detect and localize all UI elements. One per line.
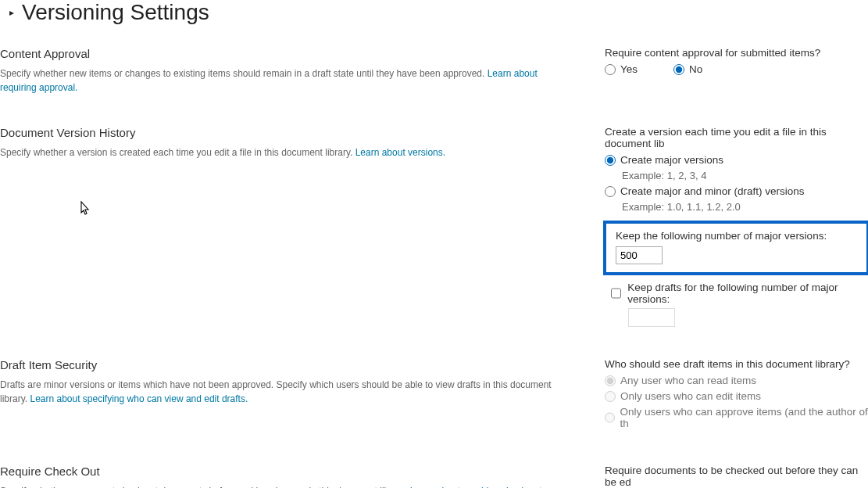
draft-security-desc: Drafts are minor versions or items which… bbox=[0, 378, 572, 406]
keep-drafts-label: Keep drafts for the following number of … bbox=[627, 282, 868, 305]
content-approval-prompt: Require content approval for submitted i… bbox=[605, 47, 868, 59]
draft-security-link[interactable]: Learn about specifying who can view and … bbox=[30, 393, 248, 404]
checkout-title: Require Check Out bbox=[0, 465, 572, 478]
content-approval-yes-radio[interactable] bbox=[605, 64, 616, 75]
keep-major-input[interactable] bbox=[616, 246, 663, 264]
keep-major-box: Keep the following number of major versi… bbox=[603, 221, 868, 275]
version-history-title: Document Version History bbox=[0, 126, 572, 139]
draft-opt1-label: Any user who can read items bbox=[620, 375, 756, 386]
version-history-desc: Specify whether a version is created eac… bbox=[0, 145, 572, 160]
content-approval-yes-label: Yes bbox=[620, 63, 638, 75]
breadcrumb-caret-icon: ▸ bbox=[9, 7, 14, 18]
content-approval-desc: Specify whether new items or changes to … bbox=[0, 66, 572, 95]
content-approval-no-label: No bbox=[689, 63, 702, 75]
section-version-history: Document Version History Specify whether… bbox=[0, 112, 868, 344]
checkout-prompt: Require documents to be checked out befo… bbox=[605, 465, 868, 488]
version-minor-row[interactable]: Create major and minor (draft) versions bbox=[605, 185, 868, 197]
content-approval-no-row[interactable]: No bbox=[673, 63, 702, 75]
draft-opt2-label: Only users who can edit items bbox=[620, 390, 761, 402]
draft-opt2-row: Only users who can edit items bbox=[605, 390, 868, 402]
checkout-desc: Specify whether users must check out doc… bbox=[0, 484, 572, 488]
draft-opt3-radio bbox=[605, 412, 615, 423]
version-minor-example: Example: 1.0, 1.1, 1.2, 2.0 bbox=[622, 201, 868, 213]
version-major-example: Example: 1, 2, 3, 4 bbox=[622, 170, 868, 181]
version-major-row[interactable]: Create major versions bbox=[605, 154, 868, 166]
cursor-icon bbox=[77, 200, 91, 221]
version-minor-label: Create major and minor (draft) versions bbox=[620, 185, 805, 197]
page-title-text: Versioning Settings bbox=[22, 0, 209, 25]
version-major-radio[interactable] bbox=[605, 155, 616, 166]
draft-opt2-radio bbox=[605, 391, 616, 402]
keep-drafts-checkbox[interactable] bbox=[611, 288, 621, 299]
content-approval-yes-row[interactable]: Yes bbox=[605, 63, 638, 75]
content-approval-no-radio[interactable] bbox=[673, 64, 684, 75]
version-minor-radio[interactable] bbox=[605, 186, 616, 197]
draft-security-title: Draft Item Security bbox=[0, 358, 572, 371]
draft-opt1-row: Any user who can read items bbox=[605, 375, 868, 386]
keep-drafts-row[interactable]: Keep drafts for the following number of … bbox=[611, 282, 868, 305]
content-approval-desc-text: Specify whether new items or changes to … bbox=[0, 68, 488, 79]
draft-opt1-radio bbox=[605, 375, 616, 386]
version-major-label: Create major versions bbox=[620, 154, 723, 166]
version-history-link[interactable]: Learn about versions. bbox=[355, 147, 445, 158]
content-approval-title: Content Approval bbox=[0, 47, 572, 60]
section-content-approval: Content Approval Specify whether new ite… bbox=[0, 33, 868, 112]
keep-drafts-input bbox=[628, 308, 675, 327]
version-history-prompt: Create a version each time you edit a fi… bbox=[605, 126, 868, 149]
keep-major-label: Keep the following number of major versi… bbox=[616, 230, 857, 242]
section-draft-security: Draft Item Security Drafts are minor ver… bbox=[0, 344, 868, 450]
section-checkout: Require Check Out Specify whether users … bbox=[0, 450, 868, 488]
draft-opt3-label: Only users who can approve items (and th… bbox=[620, 406, 868, 429]
draft-opt3-row: Only users who can approve items (and th… bbox=[605, 406, 868, 429]
page-title: ▸ Versioning Settings bbox=[0, 0, 868, 25]
version-history-desc-text: Specify whether a version is created eac… bbox=[0, 147, 355, 158]
draft-security-prompt: Who should see draft items in this docum… bbox=[605, 358, 868, 370]
